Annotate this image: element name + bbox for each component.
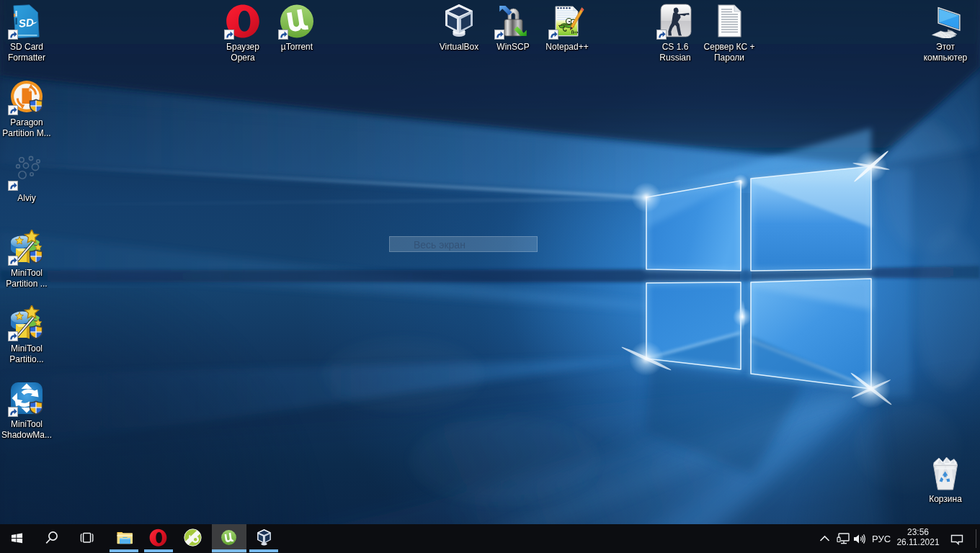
svg-text:SD: SD xyxy=(18,16,35,30)
